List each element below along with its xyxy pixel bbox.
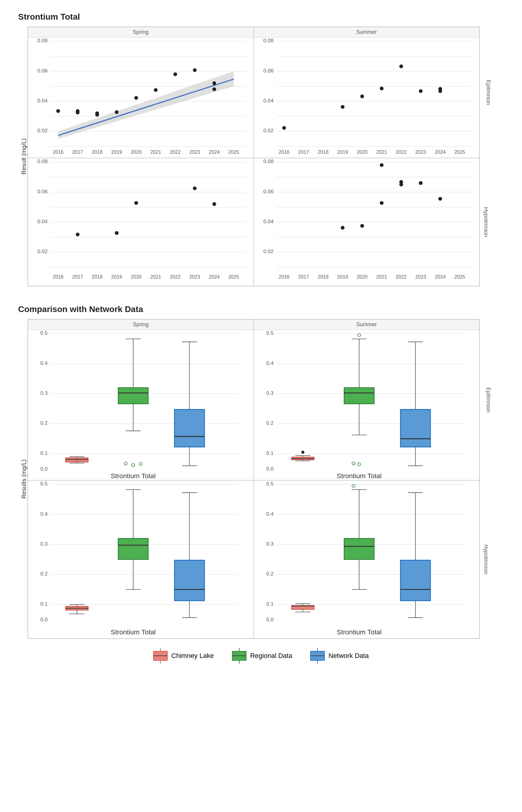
boxplot-header-spring: Spring	[28, 320, 254, 330]
svg-text:2021: 2021	[376, 274, 387, 279]
svg-text:2018: 2018	[318, 149, 328, 155]
svg-text:0.5: 0.5	[40, 481, 47, 487]
svg-text:2021: 2021	[150, 149, 161, 155]
svg-text:2020: 2020	[357, 274, 367, 279]
page-container: Strontium Total Result (mg/L) Spring	[0, 0, 522, 694]
svg-text:2019: 2019	[337, 274, 348, 279]
svg-text:2019: 2019	[111, 149, 122, 155]
top-chart-section: Strontium Total Result (mg/L) Spring	[18, 12, 504, 286]
svg-point-31	[154, 88, 157, 92]
svg-text:Strontium Total: Strontium Total	[111, 472, 156, 480]
svg-point-122	[438, 197, 442, 201]
top-y-axis-label: Result (mg/L)	[18, 26, 27, 286]
bottom-chart-area: Results (mg/L) Spring	[18, 319, 504, 639]
svg-point-58	[282, 126, 286, 129]
svg-text:2020: 2020	[131, 149, 142, 155]
svg-text:2016: 2016	[279, 274, 289, 279]
svg-text:0.4: 0.4	[266, 360, 274, 366]
svg-rect-248	[400, 560, 430, 601]
svg-rect-217	[175, 560, 204, 601]
boxplot-summer-epi: Summer Epilimnion 0.5 0.4 0.3 0.2	[254, 319, 480, 480]
svg-text:2022: 2022	[396, 274, 407, 279]
top-chart-title: Strontium Total	[18, 12, 504, 22]
svg-point-65	[438, 87, 442, 90]
svg-text:0.2: 0.2	[40, 420, 47, 426]
svg-rect-144	[118, 388, 148, 404]
svg-text:2016: 2016	[53, 149, 63, 155]
svg-rect-211	[118, 538, 148, 560]
svg-text:2024: 2024	[209, 149, 220, 155]
svg-text:Strontium Total: Strontium Total	[337, 472, 382, 480]
svg-text:0.2: 0.2	[40, 571, 47, 577]
boxplot-svg-spring-epi: 0.5 0.4 0.3 0.2 0.1 0.0	[28, 330, 254, 480]
svg-text:0.04: 0.04	[38, 218, 48, 224]
svg-rect-187	[400, 409, 430, 447]
svg-point-92	[213, 202, 216, 206]
svg-rect-241	[344, 538, 374, 560]
svg-text:0.02: 0.02	[38, 127, 48, 134]
svg-text:0.2: 0.2	[266, 571, 274, 577]
svg-text:2022: 2022	[396, 149, 407, 155]
svg-text:2024: 2024	[435, 274, 446, 279]
boxplot-spring-epi: Spring 0.5 0.4 0.3 0.2 0.1	[28, 319, 254, 480]
svg-text:2025: 2025	[454, 149, 465, 155]
bottom-chart-title: Comparison with Network Data	[18, 304, 504, 314]
svg-point-115	[341, 226, 344, 229]
svg-point-91	[193, 186, 196, 190]
boxplot-svg-spring-hypo: 0.5 0.4 0.3 0.2 0.1 0.0	[28, 481, 254, 638]
svg-text:2024: 2024	[435, 149, 446, 155]
svg-text:2023: 2023	[189, 149, 200, 155]
svg-text:0.3: 0.3	[266, 390, 274, 396]
svg-text:2025: 2025	[228, 274, 239, 279]
svg-point-147	[132, 463, 135, 466]
svg-point-35	[213, 87, 216, 91]
svg-text:0.08: 0.08	[263, 38, 274, 43]
legend-chimney-lake: Chimney Lake	[153, 648, 214, 664]
svg-text:2017: 2017	[72, 274, 83, 279]
svg-text:0.1: 0.1	[266, 450, 274, 456]
svg-text:0.3: 0.3	[40, 390, 47, 396]
svg-text:0.3: 0.3	[266, 541, 274, 547]
svg-point-148	[139, 463, 142, 466]
facet-spring-epi: Spring 0.08	[28, 27, 254, 158]
svg-text:0.08: 0.08	[38, 158, 48, 164]
svg-point-24	[56, 109, 60, 113]
boxplot-svg-summer-epi: 0.5 0.4 0.3 0.2 0.1 0.0	[254, 330, 479, 480]
svg-point-33	[193, 68, 196, 72]
svg-point-32	[174, 73, 177, 76]
svg-point-30	[135, 96, 138, 100]
svg-point-118	[380, 163, 383, 167]
boxplot-summer-hypo: Hypolimnion 0.5 0.4 0.3 0.2 0.1	[254, 480, 480, 638]
svg-point-120	[399, 180, 403, 184]
bottom-chart-section: Comparison with Network Data Results (mg…	[18, 304, 504, 664]
svg-text:0.1: 0.1	[40, 601, 47, 607]
svg-text:0.5: 0.5	[40, 330, 47, 336]
svg-text:0.5: 0.5	[266, 330, 274, 336]
svg-point-29	[115, 110, 118, 114]
svg-point-90	[135, 201, 138, 204]
svg-text:2018: 2018	[92, 274, 103, 279]
svg-text:0.02: 0.02	[38, 248, 48, 255]
svg-text:0.0: 0.0	[266, 466, 274, 472]
svg-text:0.06: 0.06	[38, 188, 48, 194]
svg-text:Strontium Total: Strontium Total	[111, 628, 156, 636]
svg-point-60	[360, 95, 364, 98]
scatter-summer-epi: 0.08 0.06 0.04 0.02 2016 2017 2018 2019 …	[254, 38, 479, 158]
svg-text:2023: 2023	[415, 274, 426, 279]
boxplot-header-summer-epi: Summer	[254, 320, 479, 330]
svg-text:2017: 2017	[298, 274, 309, 279]
facet-summer-hypo: Hypolimnion 0.08 0.06 0.	[254, 158, 480, 286]
svg-point-117	[380, 201, 383, 204]
svg-text:2025: 2025	[228, 149, 239, 155]
legend-regional-data-label: Regional Data	[250, 652, 292, 660]
svg-point-181	[357, 463, 360, 466]
svg-text:2019: 2019	[337, 149, 348, 155]
svg-text:0.04: 0.04	[38, 98, 48, 104]
legend-area: Chimney Lake Regional Data	[18, 648, 504, 664]
svg-point-62	[399, 64, 403, 68]
svg-text:2024: 2024	[209, 274, 220, 279]
facet-header-spring-epi: Spring	[28, 27, 254, 38]
svg-text:0.1: 0.1	[40, 450, 47, 456]
legend-regional-data: Regional Data	[232, 648, 292, 664]
svg-text:2016: 2016	[53, 274, 63, 279]
